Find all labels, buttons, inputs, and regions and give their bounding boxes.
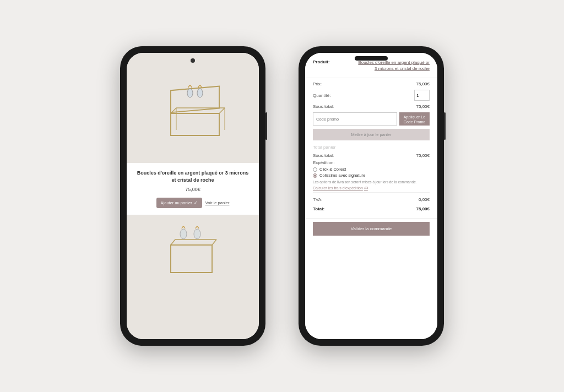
promo-row: Appliquer Le Code Promo (313, 112, 430, 126)
svg-line-10 (171, 239, 175, 245)
shipping-calc-label: Calculer les frais d'expédition (313, 186, 363, 190)
svg-point-8 (197, 89, 203, 97)
checkout-button[interactable]: Valider la commande (313, 222, 430, 236)
tva-row: TVA: 0,00€ (313, 195, 430, 204)
tva-label: TVA: (313, 197, 322, 202)
product-price: 75,00€ (134, 187, 251, 192)
svg-rect-9 (171, 245, 212, 273)
shipping-section: Expédition: Click & Collect Colissimo av… (313, 160, 430, 190)
subtotal-value: 75,00€ (416, 104, 430, 109)
colissimo-label: Colissimo avec signature (319, 173, 365, 178)
update-cart-button[interactable]: Mettre à jour le panier (313, 129, 430, 140)
product-page: Boucles d'oreille en argent plaqué or 3 … (127, 53, 259, 339)
promo-input[interactable] (313, 112, 397, 126)
shipping-option-colissimo[interactable]: Colissimo avec signature (313, 173, 430, 178)
cart-total-section: Total panier Sous-total: 75,00€ Expéditi… (305, 140, 437, 219)
product-title: Boucles d'oreille en argent plaqué or 3 … (134, 170, 251, 183)
price-row: Prix: 75,00€ (313, 81, 430, 86)
price-value: 75,00€ (416, 81, 430, 86)
svg-point-7 (187, 89, 193, 97)
add-to-cart-button[interactable]: Ajouter au panier (156, 198, 202, 208)
subtotal2-row: Sous-total: 75,00€ (313, 153, 430, 158)
product-label: Produit: (313, 59, 330, 72)
click-collect-label: Click & Collect (319, 167, 346, 172)
total-section-title: Total panier (313, 145, 430, 150)
svg-rect-0 (171, 113, 219, 135)
product-link[interactable]: Boucles d'oreille en argent plaqué or 3 … (358, 59, 430, 72)
price-label: Prix: (313, 81, 322, 86)
cart-product-section: Produit: Boucles d'oreille en argent pla… (305, 53, 437, 78)
product-buttons: Ajouter au panier Voir le panier (134, 198, 251, 208)
shipping-calc-link[interactable]: Calculer les frais d'expédition 🏷 (313, 186, 430, 190)
quantity-input[interactable] (414, 90, 430, 101)
total-value: 75,00€ (416, 206, 430, 211)
product-row: Produit: Boucles d'oreille en argent pla… (313, 59, 430, 72)
phone-left: Boucles d'oreille en argent plaqué or 3 … (120, 46, 265, 346)
apply-promo-button[interactable]: Appliquer Le Code Promo (399, 112, 430, 126)
subtotal-row: Sous-total: 75,00€ (313, 104, 430, 109)
expedition-label: Expédition: (313, 160, 430, 165)
cart-page: Produit: Boucles d'oreille en argent pla… (305, 53, 437, 339)
divider (313, 192, 430, 193)
svg-point-13 (180, 229, 187, 239)
view-cart-button[interactable]: Voir le panier (205, 200, 230, 205)
shipping-note: Les options de livraison seront mises à … (313, 179, 430, 184)
svg-rect-6 (171, 86, 219, 113)
right-screen: Produit: Boucles d'oreille en argent pla… (305, 53, 437, 339)
radio-colissimo[interactable] (313, 173, 317, 178)
quantity-label: Quantité: (313, 93, 330, 98)
svg-line-11 (212, 239, 216, 245)
phone-right: Produit: Boucles d'oreille en argent pla… (299, 46, 444, 346)
subtotal2-label: Sous-total: (313, 153, 334, 158)
price-section: Prix: 75,00€ Quantité: Sous-total: 75,00… (305, 78, 437, 140)
radio-click-collect[interactable] (313, 167, 317, 172)
shipping-option-click-collect[interactable]: Click & Collect (313, 167, 430, 172)
subtotal2-value: 75,00€ (416, 153, 430, 158)
product-image-bottom (127, 215, 259, 339)
svg-line-2 (219, 108, 225, 113)
left-screen: Boucles d'oreille en argent plaqué or 3 … (127, 53, 259, 339)
shipping-calc-icon: 🏷 (364, 186, 368, 190)
product-info: Boucles d'oreille en argent plaqué or 3 … (127, 163, 259, 215)
tva-value: 0,00€ (419, 197, 430, 202)
quantity-row: Quantité: (313, 90, 430, 101)
total-label: Total: (313, 206, 324, 211)
grand-total-row: Total: 75,00€ (313, 204, 430, 214)
subtotal-label: Sous-total: (313, 104, 334, 109)
product-image-top (127, 53, 259, 163)
scene: Boucles d'oreille en argent plaqué or 3 … (120, 46, 444, 346)
svg-point-14 (194, 229, 200, 239)
jewelry-box-illustration (160, 78, 226, 138)
